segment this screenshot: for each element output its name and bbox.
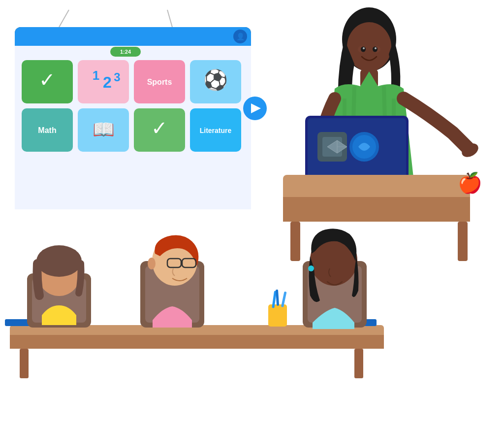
svg-point-31: [342, 7, 396, 71]
svg-point-34: [373, 46, 380, 53]
svg-text:👤: 👤: [236, 33, 245, 41]
svg-rect-21: [22, 108, 73, 152]
svg-text:📖: 📖: [93, 119, 115, 140]
svg-rect-9: [110, 47, 141, 57]
svg-rect-46: [308, 118, 406, 180]
svg-text:✓: ✓: [39, 69, 56, 91]
svg-rect-19: [190, 60, 241, 103]
svg-rect-45: [305, 116, 409, 182]
svg-rect-8: [15, 204, 251, 209]
svg-rect-59: [10, 325, 384, 339]
svg-point-37: [363, 47, 365, 49]
svg-line-42: [352, 86, 354, 177]
svg-rect-55: [283, 197, 470, 222]
svg-point-53: [352, 135, 376, 159]
svg-rect-74: [145, 266, 199, 323]
svg-rect-63: [5, 319, 42, 326]
svg-line-0: [59, 10, 69, 27]
svg-rect-23: [78, 108, 129, 152]
svg-point-52: [349, 132, 379, 162]
svg-rect-4: [15, 37, 251, 46]
svg-point-82: [310, 234, 357, 286]
svg-line-44: [384, 86, 386, 177]
svg-point-72: [36, 245, 82, 277]
svg-point-76: [148, 258, 156, 269]
svg-rect-47: [298, 180, 416, 188]
svg-rect-17: [134, 60, 185, 103]
svg-rect-3: [15, 27, 251, 46]
svg-rect-65: [268, 304, 287, 327]
svg-text:Sports: Sports: [147, 78, 172, 86]
svg-rect-56: [290, 222, 300, 261]
svg-point-29: [243, 97, 267, 120]
svg-text:🍎: 🍎: [458, 171, 482, 195]
svg-point-75: [152, 236, 197, 286]
svg-rect-27: [190, 108, 241, 152]
svg-rect-69: [27, 273, 91, 328]
svg-point-38: [375, 47, 377, 49]
svg-point-32: [347, 22, 391, 71]
svg-text:3: 3: [114, 70, 120, 84]
svg-text:✓: ✓: [151, 117, 168, 139]
svg-rect-48: [317, 132, 347, 162]
svg-rect-67: [276, 290, 279, 306]
main-illustration: 👤 1:24 ✓ 1 2 3 Sports ⚽ Math 📖 ✓: [0, 0, 504, 429]
svg-text:⚽: ⚽: [203, 68, 228, 92]
svg-text:Literature: Literature: [200, 127, 232, 134]
svg-rect-73: [140, 261, 204, 328]
svg-text:Math: Math: [38, 126, 56, 134]
svg-text:1: 1: [93, 68, 99, 83]
svg-rect-49: [322, 137, 342, 157]
svg-rect-68: [281, 292, 287, 307]
svg-rect-81: [308, 266, 362, 323]
svg-point-36: [373, 47, 378, 52]
svg-rect-80: [303, 261, 367, 328]
svg-rect-70: [32, 278, 86, 323]
svg-point-71: [37, 251, 81, 296]
svg-point-5: [233, 30, 247, 43]
scene: 👤 1:24 ✓ 1 2 3 Sports ⚽ Math 📖 ✓: [0, 0, 504, 429]
svg-rect-60: [10, 335, 384, 349]
svg-rect-61: [20, 349, 29, 378]
svg-rect-11: [22, 60, 73, 103]
svg-line-1: [167, 10, 172, 27]
svg-text:2: 2: [103, 73, 112, 91]
svg-rect-66: [272, 291, 277, 308]
svg-rect-2: [15, 27, 251, 209]
svg-rect-25: [134, 108, 185, 152]
svg-point-33: [358, 46, 366, 53]
svg-point-35: [361, 47, 366, 52]
svg-point-40: [459, 141, 480, 160]
svg-rect-78: [182, 259, 196, 267]
svg-rect-54: [283, 175, 470, 204]
svg-rect-13: [78, 60, 129, 103]
svg-rect-62: [354, 349, 363, 378]
svg-rect-57: [458, 222, 468, 261]
svg-rect-7: [15, 46, 251, 209]
svg-rect-39: [360, 69, 378, 89]
svg-marker-30: [251, 103, 261, 113]
svg-point-83: [308, 265, 314, 271]
svg-rect-64: [335, 319, 377, 326]
svg-rect-77: [167, 259, 181, 267]
svg-text:1:24: 1:24: [120, 49, 131, 55]
